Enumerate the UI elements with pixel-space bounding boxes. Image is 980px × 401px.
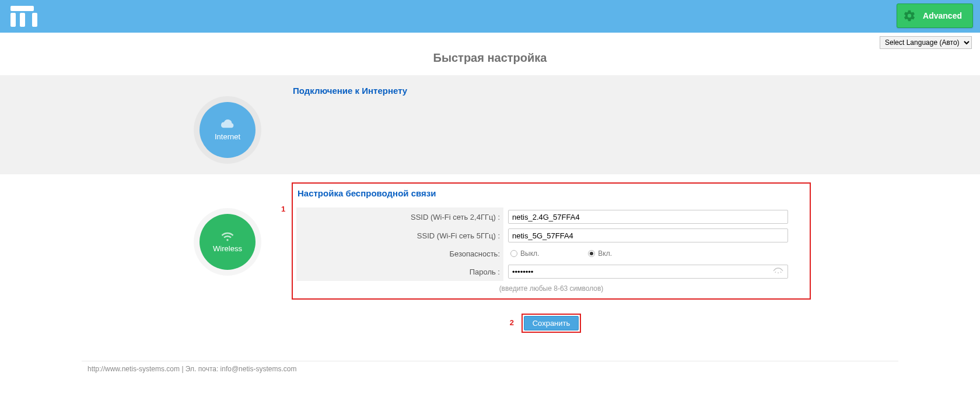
label-password: Пароль : [296, 262, 503, 281]
cloud-icon [220, 119, 235, 131]
footer-sep: | Эл. почта: [180, 365, 220, 373]
label-security: Безопасность: [296, 245, 503, 262]
eye-icon[interactable] [773, 267, 783, 276]
advanced-button-label: Advanced [923, 11, 962, 20]
save-button[interactable]: Сохранить [524, 316, 579, 330]
gear-icon [903, 9, 916, 22]
section-internet: Internet Подключение к Интернету [0, 75, 980, 174]
language-select[interactable]: Select Language (Авто) [880, 36, 972, 49]
wireless-section-title: Настройка беспроводной связи [296, 186, 806, 203]
footer: http://www.netis-systems.com | Эл. почта… [82, 361, 898, 385]
step-circle-internet-label: Internet [215, 132, 240, 141]
input-password[interactable] [508, 265, 788, 279]
section-wireless: Wireless 1 Настройка беспроводной связи … [0, 174, 980, 355]
label-ssid-5: SSID (Wi-Fi сеть 5ГГц) : [296, 226, 503, 245]
page-title: Быстрая настройка [0, 49, 980, 75]
radio-security-off-label: Выкл. [520, 249, 539, 258]
input-ssid-24[interactable] [508, 210, 788, 224]
step-circle-internet[interactable]: Internet [200, 102, 256, 158]
language-bar: Select Language (Авто) [0, 33, 980, 49]
annotation-marker-2: 2 [510, 318, 514, 327]
password-hint: (введите любые 8-63 символов) [296, 281, 806, 293]
label-ssid-24: SSID (Wi-Fi сеть 2,4ГГц) : [296, 207, 503, 226]
app-header: Advanced [0, 0, 980, 33]
brand-logo [10, 6, 37, 27]
wifi-icon [220, 231, 235, 243]
save-button-label: Сохранить [533, 319, 570, 328]
radio-security-on[interactable]: Вкл. [588, 249, 612, 258]
step-circle-wireless[interactable]: Wireless [200, 214, 256, 270]
internet-section-title: Подключение к Интернету [292, 83, 811, 100]
radio-security-on-label: Вкл. [598, 249, 612, 258]
radio-icon [588, 250, 595, 257]
wireless-highlight-box: 1 Настройка беспроводной связи SSID (Wi-… [292, 182, 811, 300]
radio-icon [510, 250, 517, 257]
annotation-marker-1: 1 [281, 205, 285, 213]
footer-site-link[interactable]: http://www.netis-systems.com [88, 365, 180, 373]
input-ssid-5[interactable] [508, 228, 788, 242]
radio-security-off[interactable]: Выкл. [510, 249, 539, 258]
footer-email-link[interactable]: info@netis-systems.com [220, 365, 297, 373]
advanced-button[interactable]: Advanced [897, 3, 973, 28]
save-highlight-box: 2 Сохранить [522, 314, 582, 333]
step-circle-wireless-label: Wireless [213, 244, 242, 253]
